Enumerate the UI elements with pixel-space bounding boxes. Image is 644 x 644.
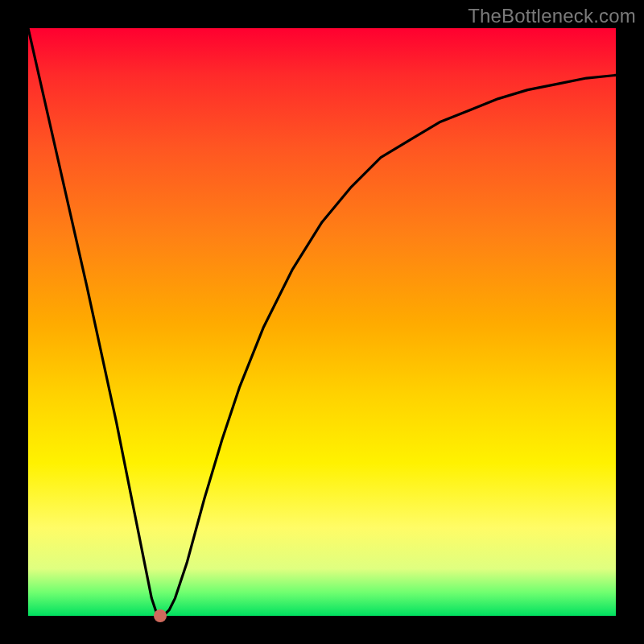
bottleneck-curve <box>28 28 616 616</box>
minimum-marker <box>154 609 167 622</box>
chart-frame: TheBottleneck.com <box>0 0 644 644</box>
watermark-text: TheBottleneck.com <box>468 5 636 27</box>
plot-area <box>28 28 616 616</box>
